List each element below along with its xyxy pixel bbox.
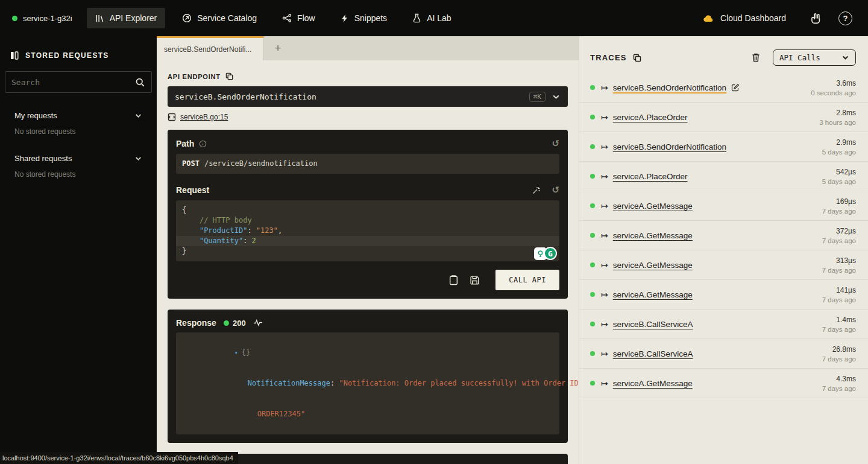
path-title: Path [176, 139, 194, 148]
trace-row[interactable]: ↦ serviceA.GetMessage 169µs 7 days ago [579, 191, 868, 221]
trace-row[interactable]: ↦ serviceA.GetMessage 4.3ms 7 days ago [579, 369, 868, 398]
trace-link[interactable]: serviceA.GetMessage [613, 202, 693, 211]
trace-list: ↦ serviceB.SendOrderNotification 3.6ms 0… [579, 73, 868, 398]
trace-row[interactable]: ↦ serviceA.GetMessage 313µs 7 days ago [579, 250, 868, 280]
trace-status-dot [590, 381, 595, 386]
tab-serviceb-sendordernotification[interactable]: serviceB.SendOrderNotifi... [157, 36, 264, 60]
endpoint-selector[interactable]: serviceB.SendOrderNotification ⌘K [168, 86, 568, 107]
nav-item-cloud-dashboard[interactable]: Cloud Dashboard [694, 8, 794, 28]
flow-icon [282, 13, 292, 23]
trace-age: 5 days ago [822, 178, 856, 185]
save-icon[interactable] [470, 275, 480, 285]
span-arrow-icon: ↦ [601, 319, 608, 329]
trace-status-dot [590, 351, 595, 356]
service-status-dot [12, 16, 17, 21]
response-key: NotificationMessage [248, 379, 330, 387]
copy-icon[interactable] [225, 72, 233, 80]
trace-age: 5 days ago [822, 148, 856, 156]
nav-item-flow[interactable]: Flow [274, 8, 324, 28]
endpoint-value: serviceB.SendOrderNotification [175, 92, 529, 101]
trace-age: 7 days ago [822, 237, 856, 244]
http-method: POST [182, 159, 200, 168]
nav-item-service-catalog[interactable]: Service Catalog [174, 8, 265, 28]
nav-item-snippets[interactable]: Snippets [332, 8, 395, 28]
app-root: service-1-g32i API Explorer Service Cata… [0, 0, 868, 464]
trace-link[interactable]: serviceB.CallServiceA [613, 320, 693, 329]
trace-status-dot [590, 322, 595, 326]
reset-icon[interactable]: ↺ [552, 138, 559, 149]
trace-row[interactable]: ↦ serviceB.CallServiceA 26.8ms 7 days ag… [579, 339, 868, 369]
search-input[interactable] [11, 78, 135, 87]
request-card: Path ↺ POST/serviceB/sendnotification Re… [168, 130, 568, 299]
service-selector[interactable]: service-1-g32i [12, 14, 72, 23]
reset-icon[interactable]: ↺ [552, 185, 559, 195]
status-bar-url: localhost:9400/service-1-g32i/envs/local… [0, 452, 238, 464]
pulse-icon[interactable] [253, 319, 263, 327]
collapse-caret-icon[interactable]: ▾ [234, 349, 238, 356]
search-icon [135, 77, 145, 87]
primary-nav: API Explorer Service Catalog Flow [87, 8, 460, 28]
source-file-icon [168, 113, 176, 121]
call-api-button[interactable]: CALL API [495, 270, 559, 290]
clipboard-icon[interactable] [448, 275, 459, 285]
request-code-line[interactable]: "ProductID": "123", [182, 226, 553, 236]
shared-requests-toggle[interactable]: Shared requests [10, 151, 147, 165]
source-link[interactable]: serviceB.go:15 [180, 113, 228, 121]
span-arrow-icon: ↦ [601, 112, 608, 122]
service-catalog-icon [182, 13, 192, 23]
request-title: Request [176, 185, 209, 195]
trace-age: 3 hours ago [819, 119, 856, 126]
my-requests-label: My requests [14, 111, 57, 120]
trace-row[interactable]: ↦ serviceA.PlaceOrder 2.8ms 3 hours ago [579, 103, 868, 132]
trace-link[interactable]: serviceA.PlaceOrder [613, 172, 688, 181]
status-code: 200 [233, 319, 246, 328]
trace-row[interactable]: ↦ serviceB.CallServiceA 1.4ms 7 days ago [579, 310, 868, 339]
request-code-line[interactable]: } [182, 246, 553, 256]
trace-link[interactable]: serviceA.PlaceOrder [613, 113, 688, 122]
grammarly-icon[interactable]: G [544, 247, 557, 260]
trash-icon[interactable] [751, 52, 761, 63]
request-code-line[interactable]: // HTTP body [182, 215, 553, 226]
trace-row[interactable]: ↦ serviceA.GetMessage 141µs 7 days ago [579, 280, 868, 310]
trace-duration: 3.6ms [811, 79, 856, 87]
help-icon[interactable]: ? [838, 11, 852, 25]
shared-requests-empty: No stored requests [10, 165, 147, 179]
trace-age: 7 days ago [822, 267, 856, 274]
info-icon[interactable] [199, 140, 207, 148]
trace-link[interactable]: serviceA.GetMessage [613, 261, 693, 270]
trace-row[interactable]: ↦ serviceB.SendOrderNotification 2.9ms 5… [579, 132, 868, 162]
trace-status-dot [590, 85, 595, 90]
trace-row[interactable]: ↦ serviceB.SendOrderNotification 3.6ms 0… [579, 73, 868, 103]
nav-item-api-explorer[interactable]: API Explorer [87, 8, 166, 28]
trace-link[interactable]: serviceA.GetMessage [613, 290, 693, 299]
trace-link[interactable]: serviceB.CallServiceA [613, 349, 693, 358]
stored-requests-search [5, 71, 152, 93]
grammarly-widget[interactable]: G [534, 247, 557, 260]
trace-duration: 169µs [822, 197, 856, 206]
edit-icon[interactable] [731, 83, 740, 92]
request-code-line[interactable]: "Quantity": 2 [176, 236, 559, 246]
api-explorer-icon [95, 14, 104, 23]
trace-link[interactable]: serviceB.SendOrderNotification [613, 83, 726, 92]
trace-row[interactable]: ↦ serviceA.PlaceOrder 542µs 5 days ago [579, 162, 868, 191]
chevron-down-icon [134, 112, 142, 119]
trace-link[interactable]: serviceA.GetMessage [613, 379, 693, 388]
hand-peace-icon[interactable] [810, 12, 823, 25]
trace-status-dot [590, 262, 595, 267]
request-code[interactable]: { // HTTP body "ProductID": "123", "Quan… [176, 200, 559, 261]
copy-icon[interactable] [633, 54, 641, 62]
shortcut-badge: ⌘K [529, 92, 546, 102]
nav-item-ai-lab[interactable]: AI Lab [404, 8, 459, 28]
trace-link[interactable]: serviceB.SendOrderNotification [613, 142, 726, 151]
trace-row[interactable]: ↦ serviceA.GetMessage 372µs 7 days ago [579, 221, 868, 250]
trace-filter-value: API Calls [779, 53, 820, 62]
stored-requests-title: STORED REQUESTS [25, 51, 109, 60]
magic-wand-icon[interactable] [532, 186, 541, 195]
trace-link[interactable]: serviceA.GetMessage [613, 231, 693, 240]
trace-filter-select[interactable]: API Calls [773, 49, 856, 66]
traces-panel: TRACES API Calls ↦ serviceB.SendOrderNot… [579, 36, 868, 464]
new-tab-button[interactable]: + [264, 36, 292, 60]
request-code-line[interactable]: { [182, 205, 553, 215]
span-arrow-icon: ↦ [601, 290, 608, 299]
my-requests-toggle[interactable]: My requests [10, 109, 147, 122]
